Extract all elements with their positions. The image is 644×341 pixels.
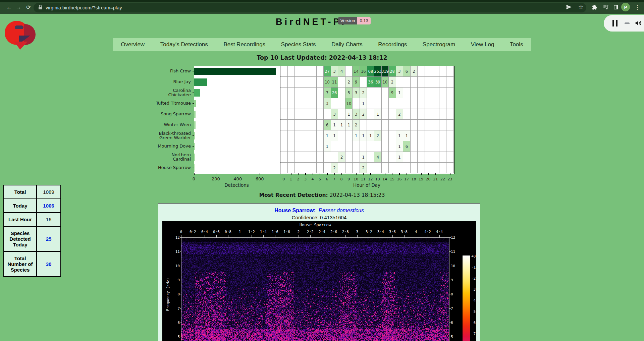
nav-item-overview[interactable]: Overview (121, 41, 145, 48)
heatmap-cell (288, 141, 295, 152)
nav-item-view-log[interactable]: View Log (471, 41, 494, 48)
detection-common-name[interactable]: House Sparrow: (274, 208, 316, 213)
hour-tick-label: 15 (390, 177, 394, 181)
nav-item-tools[interactable]: Tools (510, 41, 523, 48)
heatmap-cell (367, 141, 375, 152)
spectrogram-canvas (181, 238, 449, 341)
hour-tick-label: 5 (319, 177, 321, 181)
spectrogram-x-tick (205, 235, 205, 237)
pause-button[interactable] (612, 20, 618, 26)
heatmap-cell (382, 98, 389, 109)
stats-value-link[interactable]: 25 (46, 236, 52, 242)
spectrogram-x-tick (404, 235, 405, 237)
stats-table: Total1089Today1006Last Hour16Species Det… (3, 185, 61, 277)
heatmap-cell (295, 141, 302, 152)
heatmap-cell (317, 88, 324, 98)
spectrogram-y-tick (449, 294, 451, 294)
heatmap-cell (295, 98, 302, 109)
nav-item-best-recordings[interactable]: Best Recordings (223, 41, 265, 48)
volume-icon[interactable] (635, 19, 642, 28)
extensions-icon[interactable] (590, 3, 598, 11)
side-panel-icon[interactable] (612, 3, 620, 11)
spectrogram-y-tick-label-right: 9 (451, 278, 453, 282)
heatmap-cell (432, 130, 439, 141)
heatmap-cell (446, 77, 454, 88)
heatmap-cell (338, 88, 345, 98)
heatmap-cell (338, 163, 345, 173)
hour-tick-label: 9 (347, 177, 350, 181)
heatmap-cell (331, 98, 338, 109)
heatmap-cell: 2 (411, 66, 418, 77)
heatmap-cell (439, 88, 447, 98)
heatmap-cell (418, 152, 425, 163)
stats-value-link[interactable]: 1006 (43, 203, 54, 209)
heatmap-cell (295, 77, 302, 88)
heatmap-cell (389, 130, 396, 141)
heatmap-cell (382, 120, 389, 130)
heatmap-cell (446, 66, 454, 77)
nav-item-spectrogram[interactable]: Spectrogram (423, 41, 455, 48)
url-bar[interactable]: virginia.birdnetpi.com/?stream=play (34, 3, 586, 12)
nav-item-recordings[interactable]: Recordings (378, 41, 407, 48)
heatmap-cell (302, 130, 310, 141)
forward-icon[interactable]: → (14, 3, 23, 11)
heatmap-cell (411, 77, 418, 88)
heatmap-cell (432, 66, 439, 77)
heatmap-cell (411, 130, 418, 141)
detections-bar (194, 78, 207, 86)
heatmap-cell (389, 163, 396, 173)
heatmap-cell (324, 109, 331, 120)
heatmap-cell (446, 152, 454, 163)
heatmap-cell (432, 152, 439, 163)
spectrogram-x-tick-label: 1·8 (283, 230, 290, 234)
heatmap-cell (425, 120, 432, 130)
spectrogram-y-tick-label-right: 12 (451, 235, 455, 240)
menu-kebab-icon[interactable]: ⋮ (633, 3, 641, 11)
window-top-strip (0, 0, 644, 2)
send-icon[interactable] (565, 3, 573, 11)
audio-player[interactable] (604, 15, 644, 32)
heatmap-cell (288, 98, 295, 109)
nav-item-today-s-detections[interactable]: Today's Detections (160, 41, 208, 48)
reload-icon[interactable]: ⟳ (24, 3, 33, 11)
stats-row: Today1006 (4, 199, 61, 213)
spectrogram-y-tick (180, 237, 181, 238)
heatmap-cell (317, 77, 324, 88)
heatmap-cell (411, 88, 418, 98)
hour-tick-label: 18 (412, 177, 416, 181)
heatmap-cell: 2 (338, 152, 345, 163)
heatmap-cell: 1 (345, 120, 353, 130)
heatmap-cell: 3 (396, 66, 404, 77)
heatmap-cell (309, 98, 317, 109)
heatmap-cell (353, 141, 360, 152)
profile-avatar[interactable]: P (621, 3, 630, 11)
heatmap-cell (411, 109, 418, 120)
heatmap-cell (331, 152, 338, 163)
colorbar-tick-label: +0 (471, 254, 476, 259)
heatmap-cell (396, 163, 404, 173)
colorbar-tick-label: -40 (471, 298, 476, 303)
spectrogram-x-tick-label: 0 (180, 230, 182, 234)
heatmap-cell (439, 109, 447, 120)
heatmap-cell: 1 (353, 130, 360, 141)
back-icon[interactable]: ← (5, 3, 13, 11)
star-icon[interactable]: ☆ (577, 3, 585, 11)
heatmap-cell (382, 109, 389, 120)
playlist-icon[interactable] (602, 3, 610, 11)
heatmap-cell: 1 (374, 109, 382, 120)
nav-item-daily-charts[interactable]: Daily Charts (331, 41, 363, 48)
heatmap-cell (317, 109, 324, 120)
heatmap-cell: 1 (396, 130, 404, 141)
hour-tick (363, 173, 364, 175)
species-label: Mourning Dove (156, 141, 191, 152)
stats-value-link[interactable]: 30 (46, 261, 52, 267)
heatmap-cell (382, 88, 389, 98)
heatmap-cell (280, 66, 288, 77)
most-recent-value: 2022-04-13 18:15:23 (330, 192, 385, 198)
colorbar-tick-label: -70 (471, 332, 476, 336)
heatmap-cell: 4 (374, 152, 382, 163)
heatmap-cell (280, 141, 288, 152)
heatmap-cell: 2 (389, 77, 396, 88)
nav-item-species-stats[interactable]: Species Stats (281, 41, 316, 48)
heatmap-cell: 27 (324, 66, 331, 77)
